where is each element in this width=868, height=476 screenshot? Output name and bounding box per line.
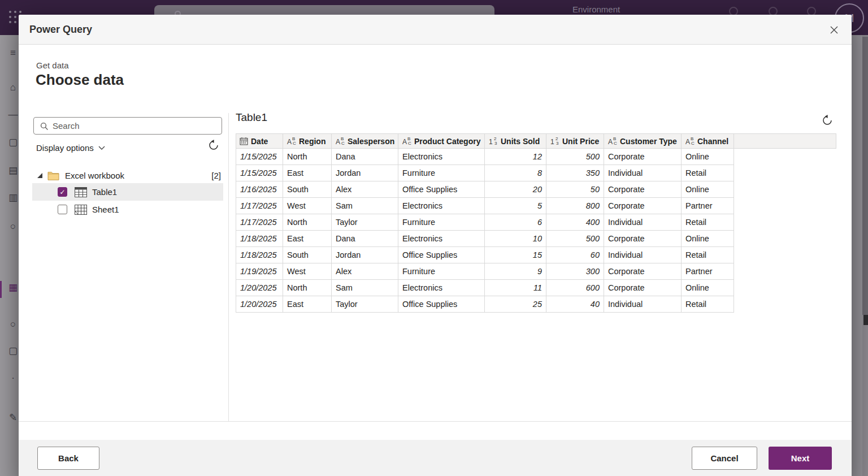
table-cell: Retail [682, 214, 734, 230]
close-button[interactable] [826, 21, 843, 38]
column-header-region: ABCRegion [283, 134, 332, 148]
table-row: 1/15/2025NorthDanaElectronics12500Corpor… [236, 149, 734, 165]
table-row: 1/17/2025NorthTaylorFurniture6400Individ… [236, 214, 734, 231]
table-cell: 1/18/2025 [236, 231, 283, 246]
search-field [33, 117, 222, 135]
cancel-button[interactable]: Cancel [692, 447, 757, 470]
checkbox-checked[interactable]: ✓ [58, 187, 67, 197]
tree-item-excel-workbook[interactable]: Excel workbook [2] [32, 167, 223, 184]
table-cell: Corporate [604, 149, 682, 165]
refresh-tree-button[interactable] [207, 139, 220, 152]
page-title: Choose data [36, 71, 124, 89]
table-cell: South [283, 247, 332, 263]
calendar-icon [240, 137, 248, 145]
table-row: 1/20/2025EastTaylorOffice Supplies2540In… [236, 296, 734, 313]
checkbox-unchecked[interactable] [58, 205, 67, 214]
table-row: 1/18/2025SouthJordanOffice Supplies1560I… [236, 247, 734, 263]
column-header-label: Date [251, 137, 268, 146]
table-cell: 1/19/2025 [236, 263, 283, 279]
table-cell: Retail [682, 296, 734, 312]
dialog-footer: Back Cancel Next [19, 440, 852, 476]
dialog-title: Power Query [29, 24, 92, 36]
table-cell: Electronics [398, 231, 485, 246]
tree-item-table1[interactable]: ✓Table1 [32, 183, 223, 201]
table-cell: Partner [682, 198, 734, 214]
preview-table-header: DateABCRegionABCSalespersonABCProduct Ca… [236, 133, 836, 149]
column-header-units-sold: 123Units Sold [485, 134, 546, 148]
step-label: Get data [36, 60, 69, 70]
table-cell: 12 [485, 149, 546, 165]
table-cell: 1/15/2025 [236, 149, 283, 165]
table-cell: 1/18/2025 [236, 247, 283, 263]
table-cell: Dana [332, 149, 398, 165]
tree-item-label: Sheet1 [92, 205, 119, 214]
screen: Environment M ≡⌂—▢▤▥○▦○▢·✎ Power Query G… [0, 0, 868, 476]
table-cell: Electronics [398, 198, 485, 214]
table-row: 1/16/2025SouthAlexOffice Supplies2050Cor… [236, 181, 734, 198]
display-options-dropdown[interactable]: Display options [36, 143, 105, 153]
table-cell: Corporate [604, 181, 682, 197]
tree-items: ✓Table1Sheet1 [32, 183, 223, 218]
table-cell: Individual [604, 214, 682, 230]
table-row: 1/20/2025NorthSamElectronics11600Corpora… [236, 280, 734, 296]
table-cell: Alex [332, 181, 398, 197]
table-cell: 1/17/2025 [236, 214, 283, 230]
back-button[interactable]: Back [37, 447, 99, 470]
table-cell: Electronics [398, 280, 485, 296]
table-row: 1/15/2025EastJordanFurniture8350Individu… [236, 165, 734, 181]
power-query-dialog: Power Query Get data Choose data Display… [19, 15, 852, 476]
table-cell: West [283, 263, 332, 279]
table-cell: 40 [546, 296, 604, 312]
table-cell: Corporate [604, 280, 682, 296]
table-row: 1/17/2025WestSamElectronics5800Corporate… [236, 198, 734, 214]
column-header-label: Unit Price [562, 137, 599, 146]
search-input[interactable] [53, 118, 219, 133]
table-cell: 800 [546, 198, 604, 214]
table-row: 1/18/2025EastDanaElectronics10500Corpora… [236, 231, 734, 247]
tree-item-label: Table1 [92, 187, 117, 197]
column-header-label: Salesperson [348, 137, 394, 146]
table-cell: 25 [485, 296, 546, 312]
number-123-icon: 123 [550, 137, 560, 146]
table-cell: Corporate [604, 263, 682, 279]
table-cell: Sam [332, 280, 398, 296]
table-cell: Furniture [398, 165, 485, 181]
column-header-channel: ABCChannel [682, 134, 734, 148]
table-cell: East [283, 296, 332, 312]
table-cell: Individual [604, 247, 682, 263]
content-divider [19, 421, 852, 422]
table-cell: Online [682, 231, 734, 246]
page-scrollbar-thumb [862, 37, 868, 315]
table-cell: Office Supplies [398, 247, 485, 263]
sheet-icon [75, 205, 87, 215]
text-abc-icon: ABC [336, 137, 345, 146]
preview-title: Table1 [236, 111, 267, 124]
folder-icon [47, 171, 59, 180]
table-cell: Office Supplies [398, 181, 485, 197]
table-cell: 6 [485, 214, 546, 230]
table-cell: North [283, 214, 332, 230]
table-cell: Individual [604, 165, 682, 181]
column-header-salesperson: ABCSalesperson [332, 134, 398, 148]
table-cell: South [283, 181, 332, 197]
preview-table: DateABCRegionABCSalespersonABCProduct Ca… [236, 133, 836, 313]
table-cell: Online [682, 149, 734, 165]
column-header-label: Region [299, 137, 326, 146]
table-cell: East [283, 165, 332, 181]
table-cell: 350 [546, 165, 604, 181]
table-cell: Online [682, 181, 734, 197]
next-button[interactable]: Next [769, 447, 832, 470]
column-header-product-category: ABCProduct Category [398, 134, 485, 148]
table-cell: 600 [546, 280, 604, 296]
table-cell: Jordan [332, 165, 398, 181]
refresh-preview-button[interactable] [821, 114, 834, 127]
tree-item-sheet1[interactable]: Sheet1 [32, 201, 223, 218]
environment-label: Environment [572, 5, 620, 14]
column-header-label: Product Category [414, 137, 480, 146]
table-cell: 9 [485, 263, 546, 279]
table-cell: Jordan [332, 247, 398, 263]
expand-caret-icon[interactable] [37, 173, 42, 178]
table-cell: West [283, 198, 332, 214]
close-icon [830, 25, 839, 34]
column-header-unit-price: 123Unit Price [546, 134, 604, 148]
